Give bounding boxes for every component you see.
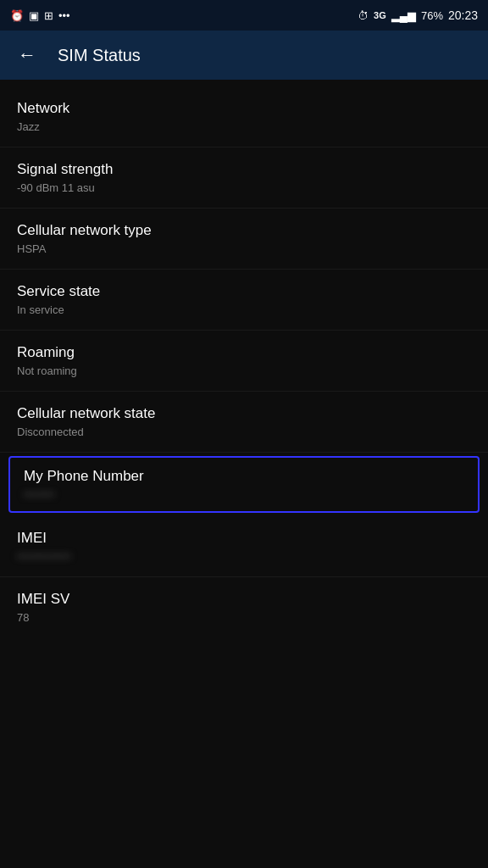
battery-icon: 76%: [421, 9, 443, 22]
page-title: SIM Status: [58, 46, 141, 65]
list-item-subtitle-imei-sv: 78: [17, 611, 471, 624]
list-item-title-signal-strength: Signal strength: [17, 161, 471, 178]
status-bar-right: ⏱ 3G ▂▄▆ 76% 20:23: [358, 8, 478, 22]
list-item-signal-strength: Signal strength-90 dBm 11 asu: [0, 147, 488, 208]
list-item-imei-sv: IMEI SV78: [0, 577, 488, 637]
status-bar: ⏰ ▣ ⊞ ••• ⏱ 3G ▂▄▆ 76% 20:23: [0, 0, 488, 31]
list-item-title-roaming: Roaming: [17, 344, 471, 361]
list-item-subtitle-my-phone-number: ••••••••: [24, 488, 464, 501]
list-item-imei: IMEI••••••••••••••: [0, 516, 488, 576]
sim-status-list: NetworkJazzSignal strength-90 dBm 11 asu…: [0, 80, 488, 644]
list-item-subtitle-cellular-network-type: HSPA: [17, 242, 471, 255]
list-item-title-network: Network: [17, 100, 471, 117]
more-icon: •••: [58, 9, 70, 22]
list-item-subtitle-cellular-network-state: Disconnected: [17, 426, 471, 438]
list-item-subtitle-roaming: Not roaming: [17, 364, 471, 377]
status-bar-left: ⏰ ▣ ⊞ •••: [10, 9, 70, 22]
back-button[interactable]: ←: [14, 42, 41, 69]
list-item-roaming: RoamingNot roaming: [0, 331, 488, 391]
list-item-title-my-phone-number: My Phone Number: [24, 468, 464, 485]
list-item-cellular-network-type: Cellular network typeHSPA: [0, 209, 488, 269]
list-item-title-cellular-network-type: Cellular network type: [17, 222, 471, 239]
sim-icon: ▣: [29, 9, 39, 22]
app-bar: ← SIM Status: [0, 31, 488, 80]
list-item-title-imei-sv: IMEI SV: [17, 591, 471, 608]
list-item-my-phone-number: My Phone Number••••••••: [8, 456, 480, 513]
list-item-subtitle-imei: ••••••••••••••: [17, 550, 471, 563]
3g-icon: 3G: [374, 10, 386, 20]
list-item-service-state: Service stateIn service: [0, 270, 488, 330]
list-item-subtitle-service-state: In service: [17, 303, 471, 316]
grid-icon: ⊞: [44, 9, 53, 22]
time-display: 20:23: [448, 8, 478, 22]
list-item-subtitle-signal-strength: -90 dBm 11 asu: [17, 181, 471, 194]
clock-icon: ⏱: [358, 9, 369, 22]
signal-icon: ▂▄▆: [391, 9, 416, 22]
list-item-title-cellular-network-state: Cellular network state: [17, 405, 471, 422]
list-item-title-imei: IMEI: [17, 530, 471, 547]
list-item-title-service-state: Service state: [17, 283, 471, 300]
divider-5: [0, 452, 488, 453]
alarm-icon: ⏰: [10, 9, 24, 22]
list-item-network: NetworkJazz: [0, 86, 488, 147]
list-item-cellular-network-state: Cellular network stateDisconnected: [0, 392, 488, 452]
list-item-subtitle-network: Jazz: [17, 120, 471, 133]
